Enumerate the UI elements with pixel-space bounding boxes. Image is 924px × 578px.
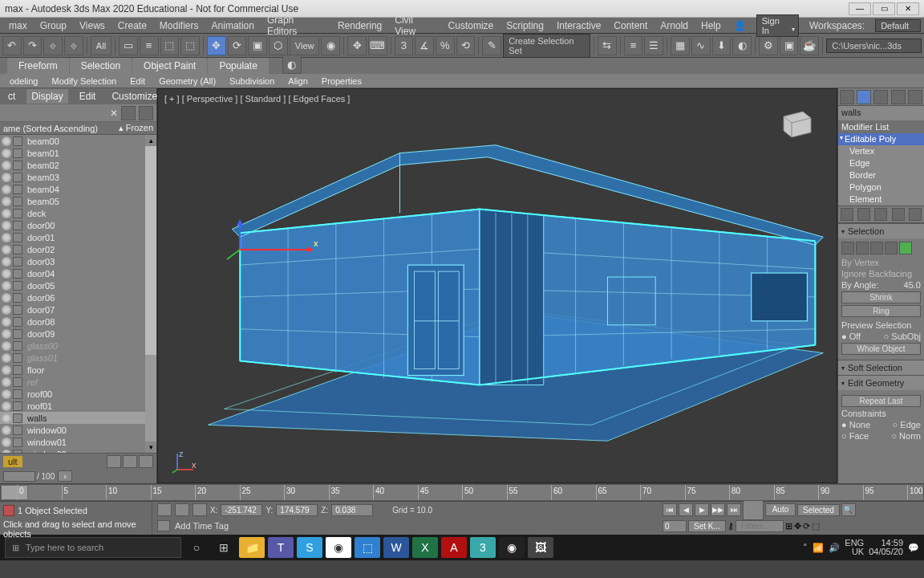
scroll-down-icon[interactable]: ▾ (145, 442, 156, 453)
scene-item[interactable]: door04 (0, 267, 156, 279)
scene-tab[interactable]: Customize (107, 89, 162, 104)
viewport-label[interactable]: [ + ] [ Perspective ] [ Standard ] [ Edg… (164, 94, 350, 104)
menu-item[interactable]: Graph Editors (261, 13, 330, 39)
show-end-result-icon[interactable] (857, 208, 870, 221)
configure-sets-icon[interactable] (909, 208, 922, 221)
next-frame-button[interactable]: ▶▶ (711, 503, 725, 516)
ribbon-sub-item[interactable]: odeling (3, 75, 44, 88)
menu-item[interactable]: Arnold (654, 18, 694, 33)
freeze-icon[interactable] (13, 233, 22, 242)
obs-icon[interactable]: ◉ (499, 537, 525, 558)
ribbon-tab-freeform[interactable]: Freeform (7, 58, 69, 74)
ribbon-tab-selection[interactable]: Selection (70, 58, 132, 74)
by-vertex-checkbox[interactable]: By Vertex (841, 258, 921, 267)
visibility-icon[interactable] (2, 161, 11, 170)
display-tab-icon[interactable] (908, 90, 922, 104)
column-header-name[interactable]: ame (Sorted Ascending) (3, 124, 98, 133)
auto-key-button[interactable]: Auto (765, 503, 796, 516)
use-pivot-center-button[interactable]: ◉ (321, 36, 340, 55)
scene-item[interactable]: door08 (0, 315, 156, 328)
percent-snap-button[interactable]: % (436, 36, 455, 55)
scene-item[interactable]: deck (0, 207, 156, 219)
visibility-icon[interactable] (2, 173, 11, 182)
snap-toggle-button[interactable]: 3 (395, 36, 414, 55)
visibility-icon[interactable] (2, 209, 11, 218)
visibility-icon[interactable] (2, 281, 11, 291)
visibility-icon[interactable] (2, 329, 11, 339)
material-editor-button[interactable]: ◐ (732, 36, 752, 55)
scroll-thumb[interactable] (145, 146, 156, 355)
ribbon-sub-item[interactable]: Subdivision (223, 75, 281, 88)
stack-sub-element[interactable]: Element (838, 193, 924, 206)
sel-lock-icon[interactable] (192, 503, 207, 516)
y-coord-field[interactable]: 174.579 (276, 504, 318, 516)
rollout-edit-geometry-header[interactable]: Edit Geometry (838, 376, 924, 390)
scene-item[interactable]: door09 (0, 328, 156, 340)
hierarchy-tab-icon[interactable] (873, 90, 888, 104)
align-button[interactable]: ≡ (624, 36, 643, 55)
menu-item[interactable]: max (3, 18, 33, 33)
nav-button[interactable]: ⬚ (812, 521, 820, 531)
schematic-view-button[interactable]: ⬇ (712, 36, 732, 55)
ribbon-sub-item[interactable]: Edit (124, 75, 152, 88)
scene-object-list[interactable]: beam00beam01beam02beam03beam04beam05deck… (0, 135, 156, 453)
ribbon-toggle-icon[interactable]: ◐ (282, 55, 302, 74)
ribbon-tab-object-paint[interactable]: Object Paint (132, 58, 207, 74)
visibility-icon[interactable] (2, 245, 11, 254)
viewcube[interactable] (776, 107, 814, 139)
scene-tab[interactable]: Display (26, 89, 67, 104)
select-place-button[interactable]: ⬡ (269, 36, 288, 55)
zoom-ext-button[interactable]: 🔍 (841, 503, 856, 516)
curve-editor-button[interactable]: ∿ (691, 36, 711, 55)
maxscript-icon[interactable] (3, 505, 14, 516)
create-tab-icon[interactable] (840, 90, 854, 104)
isolate-icon[interactable] (157, 503, 172, 516)
taskbar-search[interactable]: ⊞ Type here to search (5, 537, 181, 558)
scrollbar[interactable]: ▴ ▾ (145, 135, 156, 453)
lock-icon[interactable] (121, 106, 136, 120)
scene-item[interactable]: glass00❄ (0, 340, 156, 352)
stack-sub-border[interactable]: Border (838, 169, 924, 181)
visibility-icon[interactable] (2, 413, 11, 423)
menu-item[interactable]: Interactive (551, 18, 606, 33)
select-manipulate-button[interactable]: ✥ (347, 36, 367, 55)
preview-subobj-radio[interactable]: ○ SubObj (884, 332, 921, 341)
visibility-icon[interactable] (2, 221, 11, 230)
scene-item[interactable]: beam00 (0, 135, 156, 147)
3dsmax-taskbar-icon[interactable]: 3 (470, 537, 496, 558)
viewport[interactable]: [ + ] [ Perspective ] [ Standard ] [ Edg… (157, 88, 837, 483)
scene-item[interactable]: ref❄ (0, 376, 156, 388)
select-move-button[interactable]: ✥ (207, 36, 226, 55)
whole-object-button[interactable]: Whole Object (841, 343, 921, 355)
freeze-icon[interactable] (13, 221, 22, 230)
close-panel-icon[interactable]: ✕ (110, 108, 118, 119)
freeze-icon[interactable] (13, 197, 22, 206)
scene-item[interactable]: window01 (0, 436, 156, 448)
menu-item[interactable]: Animation (206, 18, 260, 33)
visibility-icon[interactable] (2, 149, 11, 158)
play-button[interactable]: ▶ (695, 503, 709, 516)
scene-item[interactable]: beam01 (0, 147, 156, 159)
freeze-icon[interactable] (13, 185, 22, 194)
stack-item-editable-poly[interactable]: Editable Poly (838, 133, 924, 145)
visibility-icon[interactable] (2, 305, 11, 315)
tray-lang[interactable]: ENGUK (845, 539, 864, 556)
maximize-button[interactable]: ▭ (873, 2, 895, 15)
scene-item[interactable]: door03 (0, 255, 156, 267)
tray-volume-icon[interactable]: 🔊 (829, 543, 840, 553)
ribbon-sub-item[interactable]: Properties (315, 75, 368, 88)
ignore-backfacing-checkbox[interactable]: Ignore Backfacing (841, 269, 921, 279)
constraint-edge-radio[interactable]: ○ Edge (893, 420, 921, 429)
freeze-icon[interactable] (13, 329, 22, 339)
freeze-icon[interactable] (13, 149, 22, 158)
sub-polygon-icon[interactable] (885, 242, 898, 254)
time-tag-icon[interactable] (157, 520, 170, 531)
open-file-path[interactable]: C:\Users\nic...3ds (826, 39, 922, 53)
freeze-icon[interactable] (13, 365, 22, 375)
layer-icon[interactable] (139, 455, 153, 468)
preview-off-radio[interactable]: ● Off (841, 332, 861, 341)
close-button[interactable]: ✕ (897, 2, 919, 15)
lock-selection-icon[interactable] (175, 503, 189, 516)
modifier-stack[interactable]: Editable Poly Vertex Edge Border Polygon… (838, 133, 924, 206)
ribbon-tab-populate[interactable]: Populate (208, 58, 268, 74)
